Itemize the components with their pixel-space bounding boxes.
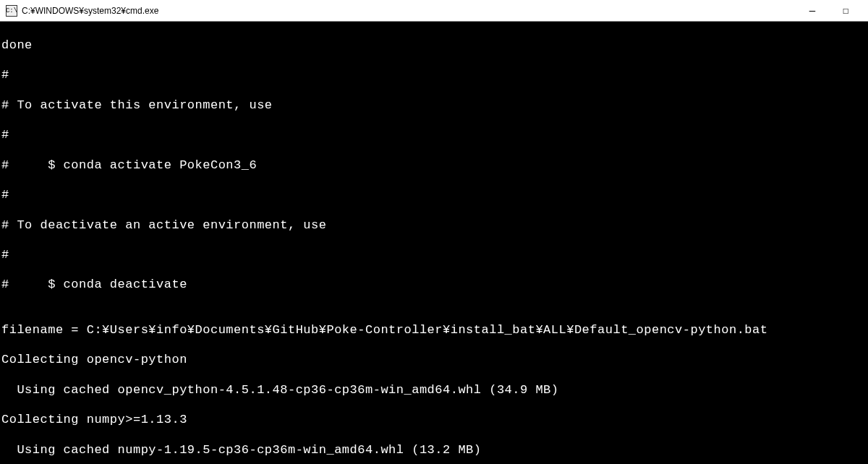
terminal-line: Using cached opencv_python-4.5.1.48-cp36… <box>1 383 868 398</box>
terminal-line: Collecting opencv-python <box>1 353 868 368</box>
terminal-line: filename = C:¥Users¥info¥Documents¥GitHu… <box>1 323 868 338</box>
terminal-line: # $ conda activate PokeCon3_6 <box>1 158 868 173</box>
terminal-line: # To activate this environment, use <box>1 98 868 113</box>
terminal-line: # <box>1 68 868 83</box>
terminal-line: # <box>1 188 868 203</box>
terminal-line: # <box>1 248 868 263</box>
terminal-output[interactable]: done # # To activate this environment, u… <box>0 22 868 464</box>
terminal-line: Using cached numpy-1.19.5-cp36-cp36m-win… <box>1 443 868 458</box>
cmd-icon: C:\ <box>6 5 17 17</box>
terminal-line: # To deactivate an active environment, u… <box>1 218 868 233</box>
maximize-icon: ☐ <box>843 4 848 17</box>
window-controls: — ☐ <box>796 0 862 22</box>
window-title: C:¥WINDOWS¥system32¥cmd.exe <box>22 6 796 16</box>
terminal-line: done <box>1 38 868 53</box>
minimize-icon: — <box>809 5 815 17</box>
terminal-line: # $ conda deactivate <box>1 278 868 293</box>
terminal-line: # <box>1 128 868 143</box>
window-titlebar: C:\ C:¥WINDOWS¥system32¥cmd.exe — ☐ <box>0 0 868 22</box>
maximize-button[interactable]: ☐ <box>829 0 862 22</box>
terminal-line: Collecting numpy>=1.13.3 <box>1 413 868 428</box>
minimize-button[interactable]: — <box>796 0 829 22</box>
